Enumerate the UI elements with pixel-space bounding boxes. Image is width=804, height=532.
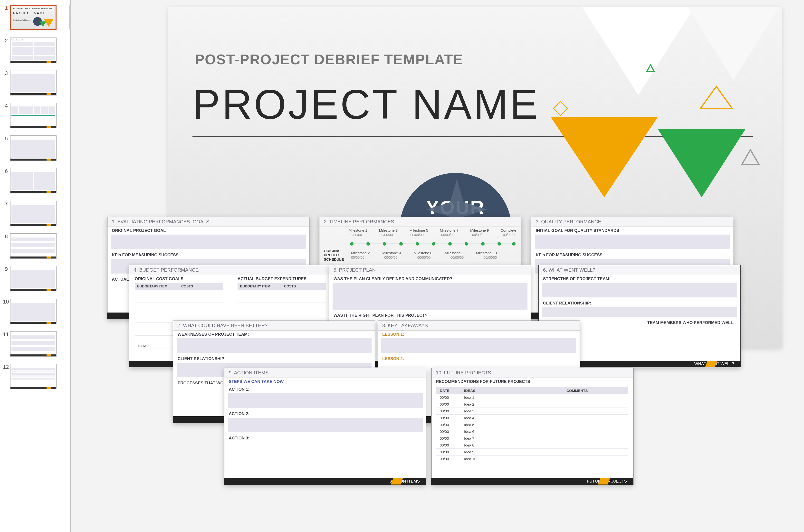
svg-marker-3: [742, 150, 759, 165]
card-header: 2. TIMELINE PERFORMANCES: [319, 217, 521, 227]
svg-marker-1: [700, 87, 732, 108]
thumb-4[interactable]: [10, 103, 57, 128]
table-row[interactable]: 00/00Idea 8: [436, 442, 628, 449]
thumb-12[interactable]: [10, 364, 57, 389]
card-header: 1. EVALUATING PERFORMANCES: GOALS: [108, 217, 309, 227]
slide-thumbnails-panel: 1 POST-PROJECT DEBRIEF TEMPLATE PROJECT …: [0, 0, 71, 532]
thumb-3[interactable]: [10, 70, 57, 95]
thumb-6[interactable]: [10, 168, 57, 193]
thumb-10[interactable]: [10, 299, 57, 324]
thumb-row-8[interactable]: 8: [3, 233, 68, 259]
table-row[interactable]: 00/00Idea 4: [436, 415, 628, 421]
table-row[interactable]: 00/00Idea 6: [436, 428, 628, 435]
thumb-row-4[interactable]: 4: [3, 103, 68, 128]
triangle-icon: [685, 7, 782, 80]
thumb-row-11[interactable]: 11: [3, 331, 68, 357]
triangle-outline-icon: [699, 85, 733, 111]
slide-title: PROJECT NAME: [192, 80, 540, 128]
table-row[interactable]: 00/00Idea 1: [436, 394, 628, 401]
thumb-11[interactable]: [10, 331, 57, 357]
thumb-9[interactable]: [10, 266, 57, 291]
thumb-row-3[interactable]: 3: [3, 70, 68, 95]
svg-marker-0: [647, 65, 654, 71]
thumb-row-6[interactable]: 6: [3, 168, 68, 193]
table-row[interactable]: 00/00Idea 9: [436, 449, 628, 456]
thumb-row-7[interactable]: 7: [3, 201, 68, 226]
thumb-7[interactable]: [10, 201, 57, 226]
table-row[interactable]: 00/00Idea 2: [436, 401, 628, 408]
triangle-outline-icon: [741, 149, 760, 167]
thumb-row-9[interactable]: 9: [3, 266, 68, 291]
diamond-outline-icon: [548, 100, 573, 117]
thumb-1[interactable]: POST-PROJECT DEBRIEF TEMPLATE PROJECT NA…: [10, 5, 57, 30]
edit-canvas: POST-PROJECT DEBRIEF TEMPLATE PROJECT NA…: [71, 0, 804, 532]
slide-subtitle: POST-PROJECT DEBRIEF TEMPLATE: [195, 51, 463, 68]
thumb-row-12[interactable]: 12: [3, 364, 68, 389]
thumb-8[interactable]: [10, 233, 57, 259]
future-table: DATE IDEAS COMMENTS 00/00Idea 100/00Idea…: [436, 387, 628, 462]
thumb-2[interactable]: List of Cast and Crew: [10, 38, 57, 63]
card-action-items[interactable]: 9. ACTION ITEMS STEPS WE CAN TAKE NOW AC…: [224, 368, 426, 485]
text-area[interactable]: [111, 234, 306, 249]
card-future-projects[interactable]: 10. FUTURE PROJECTS RECOMMENDATIONS FOR …: [431, 368, 633, 485]
thumb-row-10[interactable]: 10: [3, 299, 68, 324]
triangle-icon: [550, 117, 658, 197]
thumb-number: 1: [3, 5, 10, 11]
triangle-icon: [658, 129, 746, 197]
thumb-row-2[interactable]: 2 List of Cast and Crew: [3, 38, 68, 63]
svg-marker-2: [553, 101, 567, 115]
thumb-row-1[interactable]: 1 POST-PROJECT DEBRIEF TEMPLATE PROJECT …: [3, 5, 68, 30]
thumb-5[interactable]: [10, 135, 57, 161]
table-row[interactable]: 00/00Idea 10: [436, 456, 628, 462]
table-row[interactable]: 00/00Idea 3: [436, 408, 628, 415]
thumb-row-5[interactable]: 5: [3, 135, 68, 161]
triangle-outline-icon: [646, 63, 655, 73]
triangle-icon: [582, 7, 694, 95]
timeline-track: [350, 240, 514, 247]
table-row[interactable]: 00/00Idea 7: [436, 435, 628, 442]
table-row[interactable]: 00/00Idea 5: [436, 421, 628, 428]
